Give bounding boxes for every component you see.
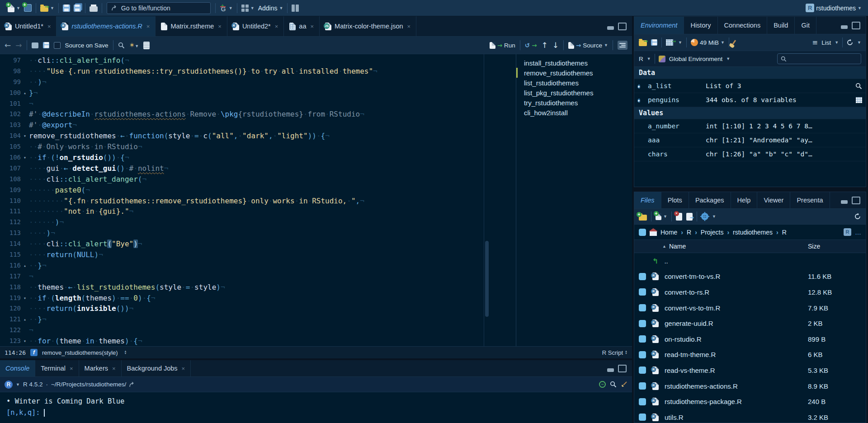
close-icon[interactable]: × [112,365,116,372]
suspend-session-icon[interactable]: ∞ [599,381,606,388]
minimize-pane-icon[interactable] [607,368,614,372]
fold-marker-icon[interactable] [21,303,29,314]
tab-markers[interactable]: Markers× [79,360,122,376]
editor-scrollbar[interactable] [484,54,490,346]
fold-marker-icon[interactable] [21,185,29,196]
print-button[interactable] [90,4,98,12]
code-line[interactable]: 114····cli::cli_alert("Bye")¬ [0,239,484,249]
r-version-icon[interactable]: R [5,381,13,389]
expand-icon[interactable]: ▶ [638,82,648,90]
code-line[interactable]: 98····"Use·{.run·rstudiothemes::try_rstu… [0,66,484,77]
line-number[interactable]: 104 [0,131,21,141]
code-line[interactable]: 110········"{.fn·rstudiothemes::remove_r… [0,196,484,207]
show-panes-button[interactable] [292,5,299,12]
code-line[interactable]: 120····return(invisible())¬ [0,303,484,314]
fold-marker-icon[interactable]: ▾ [21,152,29,163]
line-number[interactable]: 103 [0,120,21,131]
file-checkbox[interactable] [639,320,646,327]
fold-marker-icon[interactable] [21,120,29,131]
fold-marker-icon[interactable]: ▴ [21,314,29,325]
fold-marker-icon[interactable] [21,217,29,228]
tab-presenta[interactable]: Presenta [790,192,830,208]
popout-icon[interactable] [32,42,38,48]
tab-connections[interactable]: Connections [718,17,768,34]
tab-git[interactable]: Git [795,17,816,34]
code-line[interactable]: 103#'·@export¬ [0,120,484,131]
fold-marker-icon[interactable] [21,239,29,249]
breadcrumb-item[interactable]: R [782,229,787,236]
line-number[interactable]: 113 [0,228,21,239]
fold-marker-icon[interactable] [21,99,29,109]
line-number[interactable]: 107 [0,163,21,174]
tab-packages[interactable]: Packages [689,192,731,208]
code-line[interactable]: 117¬ [0,271,484,282]
fold-marker-icon[interactable] [21,282,29,293]
fold-marker-icon[interactable] [21,271,29,282]
file-name[interactable]: on-rstudio.R [665,335,808,343]
save-button[interactable] [63,5,70,12]
file-row[interactable]: Rconvert-vs-to-tm.R7.9 KB [634,300,866,316]
file-checkbox[interactable] [639,273,646,280]
maximize-pane-icon[interactable] [618,365,627,372]
tab-terminal[interactable]: Terminal× [35,360,79,376]
line-number[interactable]: 122 [0,325,21,336]
file-checkbox[interactable] [639,351,646,358]
tab-build[interactable]: Build [767,17,795,34]
doc-type-selector[interactable]: R Script [602,349,623,356]
close-icon[interactable]: × [407,23,411,30]
file-row[interactable]: Rrstudiothemes-package.R240 B [634,394,866,409]
environment-row[interactable]: charschr [1:26] "a" "b" "c" "d"… [634,147,866,161]
parent-directory-row[interactable]: ↰.. [634,253,866,269]
load-workspace-icon[interactable]: → [639,40,647,46]
more-file-commands-button[interactable]: ▼ [701,213,716,220]
file-name[interactable]: utils.R [665,414,808,421]
line-number[interactable]: 100 [0,88,21,99]
tab-help[interactable]: Help [731,192,758,208]
fold-marker-icon[interactable]: ▾ [21,293,29,304]
tab-untitled2-[interactable]: RUntitled2*× [227,16,284,36]
forward-icon[interactable]: → [15,41,22,50]
r-project-icon[interactable]: R [844,228,851,236]
code-line[interactable]: 100▴}¬ [0,88,484,99]
maximize-pane-icon[interactable] [852,22,860,29]
breadcrumb-item[interactable]: Projects [701,229,724,236]
close-icon[interactable]: × [47,23,51,30]
maximize-pane-icon[interactable] [852,197,860,204]
source-button[interactable]: →Source▼ [568,42,608,49]
code-line[interactable]: 107····gui·←·detect_gui()·#·nolint¬ [0,163,484,174]
fold-marker-icon[interactable] [21,325,29,336]
file-name[interactable]: read-tm-theme.R [665,351,808,358]
fold-marker-icon[interactable]: ▾ [21,131,29,141]
source-on-save-checkbox[interactable] [54,42,61,49]
fold-marker-icon[interactable] [21,66,29,77]
column-name[interactable]: Name [669,243,686,250]
code-line[interactable]: 105··#·Only·works·in·RStudio¬ [0,141,484,152]
minimize-pane-icon[interactable] [607,26,614,30]
file-checkbox[interactable] [639,288,646,296]
close-icon[interactable]: × [70,365,73,372]
file-checkbox[interactable] [639,382,646,390]
outline-item[interactable]: install_rstudiothemes [516,58,632,68]
file-row[interactable]: Rconvert-tm-to-vs.R11.6 KB [634,269,866,285]
copy-file-icon[interactable] [686,213,693,221]
code-line[interactable]: 115····return(NULL)¬ [0,249,484,260]
code-line[interactable]: 108····cli::cli_alert_danger(¬ [0,174,484,185]
workspace-panes-button[interactable]: ▼ [241,5,255,12]
code-tools-button[interactable]: ✶▼ [129,41,139,49]
file-row[interactable]: Rread-vs-theme.R5.3 KB [634,362,866,378]
code-line[interactable]: 121▴··}¬ [0,314,484,325]
file-checkbox[interactable] [639,398,646,405]
minimize-pane-icon[interactable] [841,25,848,29]
sort-ascending-icon[interactable]: ▲ [662,244,666,249]
rerun-button[interactable]: ↺→ [525,42,537,49]
select-all-checkbox[interactable] [639,229,646,236]
line-number[interactable]: 117 [0,271,21,282]
line-number[interactable]: 108 [0,174,21,185]
tab-plots[interactable]: Plots [661,192,689,208]
file-name[interactable]: generate-uuid.R [665,320,808,327]
fold-marker-icon[interactable]: ▾ [21,336,29,346]
tab-console[interactable]: Console [0,360,35,376]
new-blank-file-button[interactable]: +▼ [656,213,667,220]
line-number[interactable]: 118 [0,282,21,293]
outline-item[interactable]: cli_how2install [516,108,632,118]
